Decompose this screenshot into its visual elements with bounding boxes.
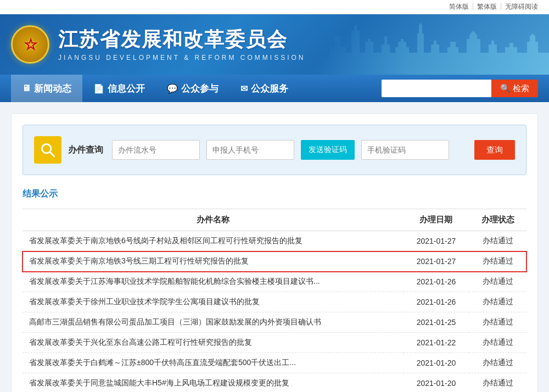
row-date: 2021-01-27 <box>404 231 469 251</box>
search-btn-label: 检索 <box>513 83 529 94</box>
row-name: 省发展改革委关于江苏海事职业技术学院船舶智能化机舱综合实验楼主楼项目建议书... <box>23 272 404 292</box>
row-name: 省发展改革委关于兴化至东台高速公路工程可行性研究报告的批复 <box>23 333 404 353</box>
row-name: 省发展改革委关于徐州工业职业技术学院学生公寓项目建议书的批复 <box>23 292 404 312</box>
link-traditional[interactable]: 繁体版 <box>477 2 497 12</box>
header: ☆ 江苏省发展和改革委员会 JIANGSU DEVELOPMENT & REFO… <box>0 14 549 75</box>
nav-item-news[interactable]: 🖥 新闻动态 <box>11 75 82 102</box>
document-icon: 📄 <box>93 83 104 94</box>
table-row[interactable]: 高邮市三湖蛋品销售有限公司蛋品加工项目（三湖）国家鼓励发展的内外资项目确认书20… <box>23 312 526 333</box>
query-button[interactable]: 查询 <box>474 140 515 160</box>
table-row[interactable]: 省发展改革委关于兴化至东台高速公路工程可行性研究报告的批复2021-01-22办… <box>23 333 526 353</box>
search-button[interactable]: 🔍 检索 <box>491 80 538 97</box>
table-row[interactable]: 省发展改革委关于江苏海事职业技术学院船舶智能化机舱综合实验楼主楼项目建议书...… <box>23 272 526 292</box>
nav-item-news-label: 新闻动态 <box>34 82 71 95</box>
col-name: 办件名称 <box>23 209 404 231</box>
row-name: 省发展改革委关于白鹤滩～江苏±800千伏特高压直流受端配套500千伏送出工... <box>23 353 404 373</box>
send-code-button[interactable]: 发送验证码 <box>301 140 355 160</box>
nav-item-participate[interactable]: 💬 公众参与 <box>156 75 229 102</box>
mail-icon: ✉ <box>240 83 248 94</box>
nav-item-info-label: 信息公开 <box>108 82 145 95</box>
row-status: 办结通过 <box>469 353 526 373</box>
col-status: 办理状态 <box>469 209 526 231</box>
nav-item-service-label: 公众服务 <box>251 82 288 95</box>
table-row[interactable]: 省发展改革委关于南京地铁3号线三期工程可行性研究报告的批复2021-01-27办… <box>23 251 526 272</box>
row-status: 办结通过 <box>469 333 526 353</box>
search-icon <box>40 142 55 158</box>
table-row[interactable]: 省发展改革委关于白鹤滩～江苏±800千伏特高压直流受端配套500千伏送出工...… <box>23 353 526 373</box>
query-section: 办件查询 发送验证码 查询 <box>23 125 526 175</box>
row-status: 办结通过 <box>469 292 526 312</box>
col-date: 办理日期 <box>404 209 469 231</box>
row-date: 2021-01-20 <box>404 373 469 393</box>
results-section: 结果公示 办件名称 办理日期 办理状态 省发展改革委关于南京地铁6号线岗子村站及… <box>23 188 526 392</box>
nav-item-service[interactable]: ✉ 公众服务 <box>229 75 299 102</box>
search-input[interactable] <box>382 80 491 97</box>
sep2: | <box>500 2 502 12</box>
row-name: 高邮市三湖蛋品销售有限公司蛋品加工项目（三湖）国家鼓励发展的内外资项目确认书 <box>23 312 404 333</box>
row-date: 2021-01-26 <box>404 272 469 292</box>
section-title: 结果公示 <box>23 188 526 200</box>
nav: 🖥 新闻动态 📄 信息公开 💬 公众参与 ✉ 公众服务 🔍 检索 <box>0 75 549 102</box>
monitor-icon: 🖥 <box>22 83 31 93</box>
row-status: 办结通过 <box>469 251 526 272</box>
result-table: 办件名称 办理日期 办理状态 省发展改革委关于南京地铁6号线岗子村站及相邻区间工… <box>23 209 526 392</box>
table-row[interactable]: 省发展改革委关于南京地铁6号线岗子村站及相邻区间工程可行性研究报告的批复2021… <box>23 231 526 251</box>
row-name: 省发展改革委关于南京地铁6号线岗子村站及相邻区间工程可行性研究报告的批复 <box>23 231 404 251</box>
header-title-en: JIANGSU DEVELOPMENT & REFORM COMMISSION <box>58 54 305 61</box>
nav-item-participate-label: 公众参与 <box>181 82 219 95</box>
sep1: | <box>472 2 474 12</box>
nav-search: 🔍 检索 <box>382 80 538 97</box>
phone-input[interactable] <box>206 140 294 160</box>
chat-icon: 💬 <box>167 83 178 94</box>
table-header: 办件名称 办理日期 办理状态 <box>23 209 526 231</box>
row-date: 2021-01-25 <box>404 312 469 333</box>
row-status: 办结通过 <box>469 272 526 292</box>
header-title-block: 江苏省发展和改革委员会 JIANGSU DEVELOPMENT & REFORM… <box>58 27 305 61</box>
row-date: 2021-01-27 <box>404 251 469 272</box>
verification-code-input[interactable] <box>361 140 449 160</box>
main-content: 办件查询 发送验证码 查询 结果公示 办件名称 办理日期 办理状态 省发展改革委… <box>11 113 538 392</box>
row-status: 办结通过 <box>469 373 526 393</box>
case-number-input[interactable] <box>112 140 200 160</box>
link-simplified[interactable]: 简体版 <box>449 2 469 12</box>
nav-item-info[interactable]: 📄 信息公开 <box>82 75 156 102</box>
logo: ☆ <box>11 25 49 64</box>
query-icon-box <box>34 136 61 164</box>
row-status: 办结通过 <box>469 231 526 251</box>
table-row[interactable]: 省发展改革委关于同意盐城国能大丰H5#海上风电场工程建设规模变更的批复2021-… <box>23 373 526 393</box>
row-name: 省发展改革委关于同意盐城国能大丰H5#海上风电场工程建设规模变更的批复 <box>23 373 404 393</box>
row-date: 2021-01-26 <box>404 292 469 312</box>
top-bar: 简体版 | 繁体版 | 无障碍阅读 <box>0 0 549 14</box>
svg-line-1 <box>50 152 54 156</box>
logo-emblem: ☆ <box>24 36 37 54</box>
row-date: 2021-01-22 <box>404 333 469 353</box>
search-icon: 🔍 <box>500 83 511 93</box>
query-label: 办件查询 <box>68 144 103 156</box>
city-silhouette <box>318 14 549 75</box>
link-accessible[interactable]: 无障碍阅读 <box>505 2 538 12</box>
row-date: 2021-01-20 <box>404 353 469 373</box>
row-name: 省发展改革委关于南京地铁3号线三期工程可行性研究报告的批复 <box>23 251 404 272</box>
header-title-cn: 江苏省发展和改革委员会 <box>58 27 305 51</box>
table-row[interactable]: 省发展改革委关于徐州工业职业技术学院学生公寓项目建议书的批复2021-01-26… <box>23 292 526 312</box>
table-body: 省发展改革委关于南京地铁6号线岗子村站及相邻区间工程可行性研究报告的批复2021… <box>23 231 526 393</box>
row-status: 办结通过 <box>469 312 526 333</box>
